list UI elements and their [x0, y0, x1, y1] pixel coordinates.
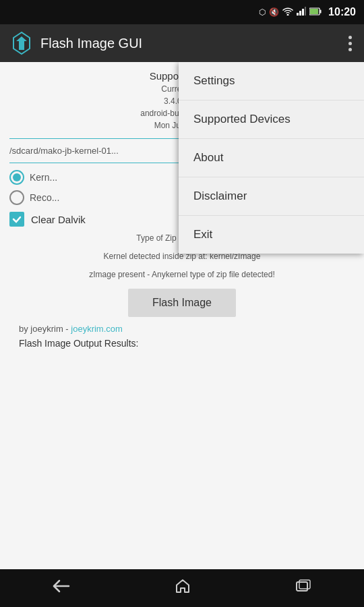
recents-button[interactable]	[295, 579, 311, 597]
checkbox-label: Clear Dalvik	[31, 214, 86, 225]
signal-icon	[297, 7, 306, 18]
svg-rect-1	[297, 13, 299, 16]
battery-icon	[309, 7, 322, 18]
author-text: by joeykrim - joeykrim.com	[19, 324, 345, 334]
menu-item-disclaimer[interactable]: Disclaimer	[179, 177, 364, 216]
bottom-nav	[0, 569, 364, 607]
svg-rect-4	[305, 7, 306, 16]
app-logo	[9, 31, 34, 55]
app-title: Flash Image GUI	[40, 36, 339, 51]
info-line3: zImage present - Anykernel type of zip f…	[9, 268, 355, 281]
svg-rect-3	[302, 9, 304, 16]
status-icons: ⬡ 🔇	[259, 7, 322, 18]
wifi-icon	[282, 7, 293, 18]
bluetooth-icon: ⬡	[259, 7, 266, 17]
back-button[interactable]	[53, 579, 70, 598]
svg-rect-7	[310, 9, 318, 14]
flash-image-button[interactable]: Flash Image	[128, 289, 236, 317]
main-content: Supported N... Current K... 3.4.0-pe... …	[0, 62, 364, 569]
output-label: Flash Image Output Results:	[19, 338, 345, 349]
radio-selected-icon	[9, 170, 24, 185]
menu-item-exit[interactable]: Exit	[179, 216, 364, 254]
toolbar: Flash Image GUI	[0, 24, 364, 62]
status-bar: ⬡ 🔇	[0, 0, 364, 24]
status-time: 10:20	[328, 6, 356, 18]
mute-icon: 🔇	[269, 7, 279, 17]
svg-rect-10	[299, 580, 310, 589]
menu-item-supported-devices[interactable]: Supported Devices	[179, 100, 364, 139]
radio-label-kernel: Kern...	[30, 172, 57, 183]
svg-rect-6	[320, 9, 322, 13]
checkbox-checked-icon	[9, 212, 24, 227]
author-link[interactable]: joeykrim.com	[71, 324, 123, 334]
svg-rect-2	[299, 11, 301, 16]
svg-rect-9	[297, 582, 307, 591]
home-button[interactable]	[175, 578, 191, 598]
menu-item-settings[interactable]: Settings	[179, 62, 364, 100]
menu-item-about[interactable]: About	[179, 139, 364, 177]
svg-point-0	[287, 14, 289, 16]
dropdown-menu: Settings Supported Devices About Disclai…	[179, 62, 364, 254]
radio-label-recovery: Reco...	[30, 192, 59, 203]
overflow-menu-button[interactable]	[346, 33, 355, 54]
radio-unselected-icon	[9, 190, 24, 205]
